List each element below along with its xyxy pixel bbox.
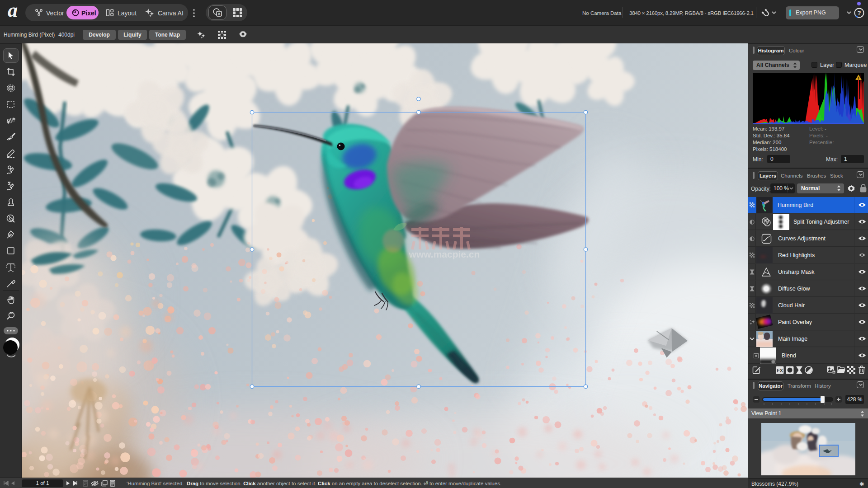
- svg-text:!: !: [858, 76, 859, 80]
- svg-text:FX: FX: [777, 368, 783, 373]
- svg-text:A: A: [217, 12, 221, 16]
- svg-text:?: ?: [858, 9, 861, 16]
- svg-text:www.macpie.cn: www.macpie.cn: [409, 249, 480, 259]
